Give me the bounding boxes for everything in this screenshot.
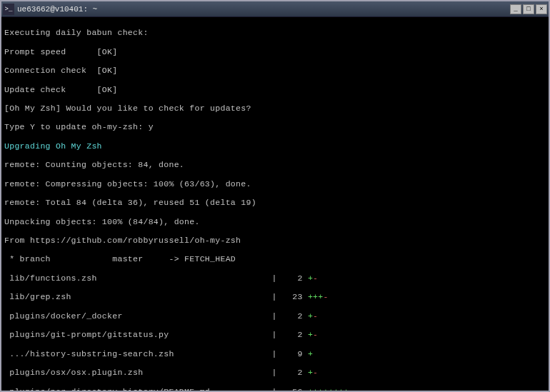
app-icon: >_ bbox=[3, 4, 14, 15]
output-line: remote: Total 84 (delta 36), reused 51 (… bbox=[4, 198, 546, 207]
output-line: Prompt speed [OK] bbox=[4, 47, 546, 56]
output-line: remote: Compressing objects: 100% (63/63… bbox=[4, 179, 546, 189]
window-title: ue63662@v10401: ~ bbox=[17, 5, 510, 14]
minimize-button[interactable]: _ bbox=[510, 4, 521, 14]
output-line: Upgrading Oh My Zsh bbox=[4, 141, 546, 151]
output-line: Update check [OK] bbox=[4, 85, 546, 94]
terminal-body[interactable]: Executing daily babun check: Prompt spee… bbox=[1, 17, 549, 391]
output-line: * branch master -> FETCH_HEAD bbox=[4, 254, 546, 263]
diff-line: lib/grep.zsh | 23 +++- bbox=[4, 292, 546, 301]
window-controls: _ □ × bbox=[510, 4, 547, 14]
output-line: Executing daily babun check: bbox=[4, 28, 546, 37]
diff-line: .../history-substring-search.zsh | 9 + bbox=[4, 349, 546, 358]
diff-line: plugins/git-prompt/gitstatus.py | 2 +- bbox=[4, 330, 546, 339]
output-line: [Oh My Zsh] Would you like to check for … bbox=[4, 104, 546, 113]
output-line: remote: Counting objects: 84, done. bbox=[4, 160, 546, 169]
diff-line: plugins/per-directory-history/README.md … bbox=[4, 387, 546, 391]
close-button[interactable]: × bbox=[536, 4, 547, 14]
terminal-window: >_ ue63662@v10401: ~ _ □ × Executing dai… bbox=[0, 0, 550, 392]
diff-line: plugins/osx/osx.plugin.zsh | 2 +- bbox=[4, 368, 546, 377]
output-line: Connection check [OK] bbox=[4, 66, 546, 75]
titlebar[interactable]: >_ ue63662@v10401: ~ _ □ × bbox=[1, 1, 549, 17]
output-line: Unpacking objects: 100% (84/84), done. bbox=[4, 217, 546, 226]
output-line: From https://github.com/robbyrussell/oh-… bbox=[4, 236, 546, 245]
diff-line: plugins/docker/_docker | 2 +- bbox=[4, 311, 546, 321]
output-line: Type Y to update oh-my-zsh: y bbox=[4, 122, 546, 131]
diff-line: lib/functions.zsh | 2 +- bbox=[4, 273, 546, 283]
maximize-button[interactable]: □ bbox=[523, 4, 534, 14]
